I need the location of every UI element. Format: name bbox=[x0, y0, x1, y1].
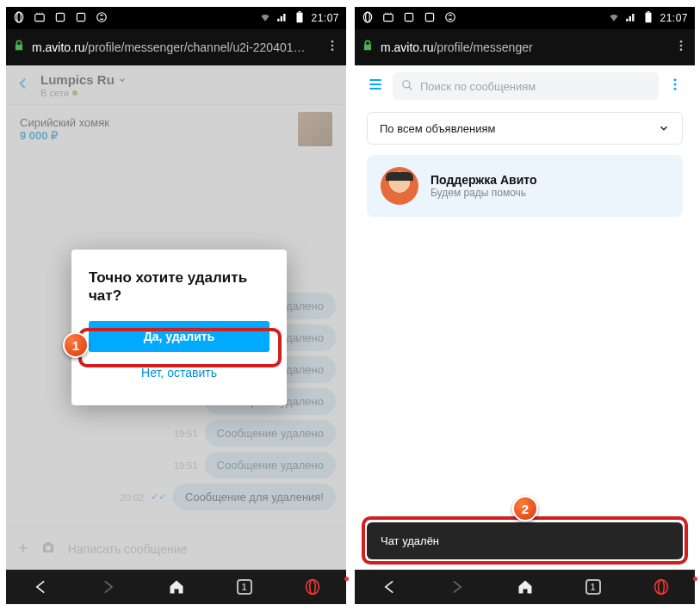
support-title: Поддержка Авито bbox=[431, 173, 537, 187]
search-placeholder: Поиск по сообщениям bbox=[420, 80, 536, 93]
menu-icon[interactable] bbox=[367, 76, 384, 96]
nav-opera-icon[interactable] bbox=[278, 578, 346, 596]
svg-point-12 bbox=[306, 580, 319, 595]
svg-point-0 bbox=[15, 12, 22, 22]
browser-urlbar[interactable]: m.avito.ru/profile/messenger bbox=[355, 29, 695, 65]
nav-back-icon[interactable] bbox=[355, 578, 423, 596]
svg-point-19 bbox=[446, 12, 455, 22]
page-content: Поиск по сообщениям По всем объявлениям … bbox=[355, 65, 695, 570]
support-avatar bbox=[381, 167, 418, 205]
svg-rect-3 bbox=[56, 13, 64, 21]
nav-forward-icon[interactable] bbox=[423, 578, 491, 596]
shazam-icon bbox=[96, 11, 108, 26]
wifi-icon bbox=[259, 11, 271, 26]
svg-point-5 bbox=[97, 12, 107, 22]
step-badge-2: 2 bbox=[512, 496, 538, 522]
screenshot-right: 21:07 m.avito.ru/profile/messenger Поиск… bbox=[355, 7, 695, 604]
support-subtitle: Будем рады помочь bbox=[431, 187, 537, 199]
support-chat-item[interactable]: Поддержка Авито Будем рады помочь bbox=[367, 155, 683, 217]
svg-point-26 bbox=[674, 78, 677, 81]
svg-point-15 bbox=[366, 12, 370, 22]
svg-point-10 bbox=[331, 48, 334, 51]
movie-icon bbox=[34, 11, 46, 26]
dialog-title: Точно хотите удалить чат? bbox=[89, 268, 269, 306]
nav-forward-icon[interactable] bbox=[74, 578, 142, 596]
svg-point-8 bbox=[331, 40, 334, 43]
confirm-delete-button[interactable]: Да, удалить bbox=[89, 321, 269, 352]
signal-icon bbox=[625, 11, 637, 26]
chevron-down-icon bbox=[658, 122, 670, 134]
svg-rect-18 bbox=[425, 13, 433, 21]
shazam-icon bbox=[444, 11, 456, 26]
nav-back-icon[interactable] bbox=[6, 578, 74, 596]
svg-point-30 bbox=[658, 580, 664, 595]
nav-tabs-icon[interactable]: 1 bbox=[210, 579, 278, 595]
messenger-topbar: Поиск по сообщениям bbox=[355, 65, 695, 107]
app-icon bbox=[75, 11, 87, 26]
svg-point-9 bbox=[331, 45, 334, 47]
movie-icon bbox=[382, 11, 394, 26]
url-text: m.avito.ru/profile/messenger bbox=[381, 40, 667, 54]
opera-icon bbox=[13, 11, 25, 26]
nav-opera-icon[interactable] bbox=[627, 578, 695, 596]
url-text: m.avito.ru/profile/messenger/channel/u2i… bbox=[32, 40, 319, 54]
android-statusbar: 21:07 bbox=[355, 7, 695, 29]
svg-point-27 bbox=[674, 83, 677, 86]
svg-rect-7 bbox=[299, 11, 301, 12]
android-statusbar: 21:07 bbox=[6, 7, 346, 29]
battery-icon bbox=[642, 11, 654, 26]
toast: Чат удалён bbox=[367, 522, 683, 559]
svg-point-1 bbox=[17, 12, 22, 22]
step-badge-1: 1 bbox=[63, 332, 89, 358]
confirm-dialog: Точно хотите удалить чат? Да, удалить Не… bbox=[71, 250, 287, 405]
app-icon bbox=[424, 11, 436, 26]
nav-tabs-icon[interactable]: 1 bbox=[559, 579, 627, 595]
svg-rect-17 bbox=[405, 13, 412, 21]
svg-rect-21 bbox=[647, 11, 650, 12]
clock: 21:07 bbox=[311, 12, 339, 24]
browser-navbar: 1 bbox=[355, 570, 695, 604]
svg-point-13 bbox=[309, 580, 315, 595]
screenshot-left: 21:07 m.avito.ru/profile/messenger/chann… bbox=[6, 7, 346, 604]
browser-menu-icon[interactable] bbox=[674, 39, 688, 56]
lock-icon bbox=[362, 40, 374, 55]
app-icon bbox=[54, 11, 66, 26]
browser-menu-icon[interactable] bbox=[325, 39, 339, 56]
search-icon bbox=[401, 79, 413, 94]
browser-navbar: 1 bbox=[6, 570, 346, 604]
svg-rect-16 bbox=[384, 14, 393, 21]
cancel-button[interactable]: Нет, оставить bbox=[89, 357, 269, 388]
svg-point-25 bbox=[403, 80, 410, 87]
wifi-icon bbox=[608, 11, 620, 26]
lock-icon bbox=[13, 40, 25, 55]
opera-icon bbox=[362, 11, 374, 26]
battery-icon bbox=[294, 11, 306, 26]
nav-home-icon[interactable] bbox=[142, 578, 210, 596]
browser-urlbar[interactable]: m.avito.ru/profile/messenger/channel/u2i… bbox=[6, 29, 346, 65]
svg-point-22 bbox=[680, 40, 683, 43]
svg-point-14 bbox=[363, 12, 371, 22]
nav-home-icon[interactable] bbox=[491, 578, 559, 596]
svg-rect-4 bbox=[77, 13, 84, 21]
clock: 21:07 bbox=[660, 12, 688, 24]
svg-point-24 bbox=[680, 48, 683, 51]
svg-rect-20 bbox=[646, 12, 652, 22]
more-icon[interactable] bbox=[667, 77, 683, 96]
page-content: Lumpics Ru В сети Сирийский хомяк 9 000 … bbox=[6, 65, 346, 570]
svg-point-23 bbox=[680, 45, 683, 47]
filter-dropdown[interactable]: По всем объявлениям bbox=[367, 112, 683, 145]
svg-point-28 bbox=[674, 88, 677, 90]
svg-rect-6 bbox=[297, 12, 303, 22]
svg-point-29 bbox=[654, 580, 667, 595]
filter-label: По всем объявлениям bbox=[380, 122, 495, 135]
svg-rect-2 bbox=[35, 14, 45, 21]
search-input[interactable]: Поиск по сообщениям bbox=[393, 72, 659, 100]
signal-icon bbox=[276, 11, 288, 26]
app-icon bbox=[403, 11, 415, 26]
